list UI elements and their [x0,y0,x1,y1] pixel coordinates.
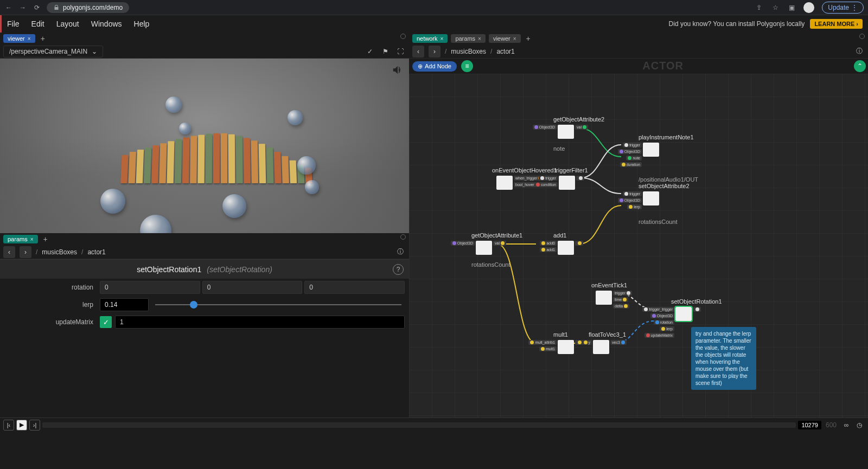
check-icon[interactable]: ✓ [365,46,375,57]
input-port[interactable]: Object3D [533,125,557,130]
profile-avatar[interactable] [803,2,814,13]
menu-edit[interactable]: Edit [31,20,44,28]
bookmark-icon[interactable]: ☆ [771,3,780,12]
fullscreen-icon[interactable]: ⛶ [395,46,406,57]
tab-network[interactable]: network× [412,34,448,43]
lerp-value-input[interactable] [100,298,149,311]
input-port[interactable]: trigger [623,191,642,196]
node-body[interactable] [558,125,574,139]
input-port[interactable]: lerp [660,326,674,331]
input-port[interactable]: trigger [539,176,558,181]
reload-icon[interactable]: ⟳ [33,3,41,12]
frame-last-button[interactable]: ›| [29,420,40,431]
node-body[interactable] [496,176,513,190]
nav-forward-button[interactable]: › [429,46,441,57]
lerp-slider[interactable] [152,299,405,310]
camera-selector[interactable]: /perspectiveCamera_MAIN ⌄ [3,46,103,57]
input-port[interactable]: trigger_trigger [642,307,674,312]
rotation-x-input[interactable] [100,281,200,294]
panel-drag-handle[interactable] [400,234,406,240]
add-tab-button[interactable]: + [39,34,47,43]
nav-back-button[interactable]: ‹ [3,246,15,258]
info-icon[interactable]: ⓘ [395,247,406,258]
node-body[interactable] [476,241,492,255]
node-onEventObjectHovered1[interactable]: onEventObjectHovered1when_triggerbool_ho… [496,176,513,190]
back-icon[interactable]: ← [4,3,13,12]
node-body[interactable] [593,340,609,354]
panel-drag-handle[interactable] [400,34,406,39]
node-body[interactable] [558,241,574,255]
tab-viewer[interactable]: viewer × [3,34,35,43]
node-setObjectRotation1[interactable]: setObjectRotation1trigger_triggerObject3… [675,307,692,321]
node-body[interactable] [596,291,612,305]
node-body[interactable] [643,143,659,157]
url-bar[interactable]: polygonjs.com/demo [47,2,129,13]
flag-icon[interactable]: ⚑ [380,46,391,57]
rotation-y-input[interactable] [202,281,303,294]
menu-layout[interactable]: Layout [56,20,79,28]
input-port[interactable]: Object3D [618,198,642,203]
go-up-button[interactable]: ⌃ [854,60,866,72]
current-frame[interactable]: 10279 [798,421,821,429]
updatematrix-checkbox[interactable]: ✓ [100,316,112,328]
input-port[interactable]: Object3D [451,241,475,246]
rotation-z-input[interactable] [304,281,405,294]
nav-forward-button[interactable]: › [20,246,31,258]
add-node-button[interactable]: ⊕ Add Node [412,61,457,72]
input-port[interactable]: updateMatrix [644,333,674,338]
updatematrix-value-input[interactable] [115,316,405,329]
input-port[interactable]: trigger [623,143,642,147]
add-tab-button[interactable]: + [41,235,50,243]
list-toggle-button[interactable]: ≡ [461,60,473,72]
node-body[interactable] [643,191,659,205]
panel-drag-handle[interactable] [859,34,865,39]
slider-thumb[interactable] [190,301,197,309]
node-triggerFilter1[interactable]: triggerFilter1triggercondition [559,176,575,190]
input-port[interactable]: mult1 [539,346,557,351]
play-button[interactable]: ▶ [16,420,27,431]
menu-help[interactable]: Help [134,20,150,28]
help-icon[interactable]: ? [393,264,404,275]
viewport-3d[interactable] [0,59,409,233]
close-icon[interactable]: × [28,36,31,42]
input-port[interactable]: lerp [627,204,642,209]
crumb-actor1[interactable]: actor1 [496,48,514,55]
close-icon[interactable]: × [478,36,481,42]
panel-icon[interactable]: ▣ [787,3,796,12]
input-port[interactable]: mult_attrib1 [528,340,557,345]
sound-icon[interactable] [392,64,404,76]
share-icon[interactable]: ⇪ [755,3,763,12]
input-port[interactable]: Object3D [650,313,674,318]
input-port[interactable]: rotation [654,320,674,325]
node-body[interactable] [675,307,692,321]
crumb-musicboxes[interactable]: musicBoxes [42,248,77,256]
close-icon[interactable]: × [30,236,34,242]
forward-icon[interactable]: → [18,3,27,12]
menu-windows[interactable]: Windows [91,20,122,28]
browser-update-button[interactable]: Update ⋮ [822,2,864,14]
learn-more-button[interactable]: LEARN MORE › [810,19,863,29]
node-playInstrumentNote1[interactable]: playInstrumentNote1triggerObject3Dnotedu… [643,143,659,157]
input-port[interactable]: Object3D [618,149,642,154]
node-getObjectAttribute1[interactable]: getObjectAttribute1Object3DvalrotationsC… [476,241,492,255]
input-port[interactable]: add1 [540,247,557,252]
node-body[interactable] [559,176,575,190]
close-icon[interactable]: × [513,36,516,42]
input-port[interactable]: note [626,156,642,160]
timeline-track[interactable] [42,422,796,428]
output-port[interactable]: delta [613,304,629,309]
node-floatToVec3_1[interactable]: floatToVec3_1yvec3 [593,340,609,354]
output-port[interactable]: time [613,297,628,302]
node-graph[interactable]: try and change the lerp parameter. The s… [409,74,868,417]
clock-icon[interactable]: ◷ [854,420,865,431]
output-port[interactable]: vec3 [610,340,627,345]
tab-params[interactable]: params × [3,235,38,243]
output-port[interactable] [693,307,701,312]
output-port[interactable]: trigger [613,291,632,295]
input-port[interactable]: y [582,340,592,345]
crumb-actor1[interactable]: actor1 [87,248,105,256]
input-port[interactable]: condition [534,182,558,187]
menu-file[interactable]: File [7,20,20,28]
node-mult1[interactable]: mult1mult_attrib1mult1 [558,340,574,354]
close-icon[interactable]: × [441,36,444,42]
